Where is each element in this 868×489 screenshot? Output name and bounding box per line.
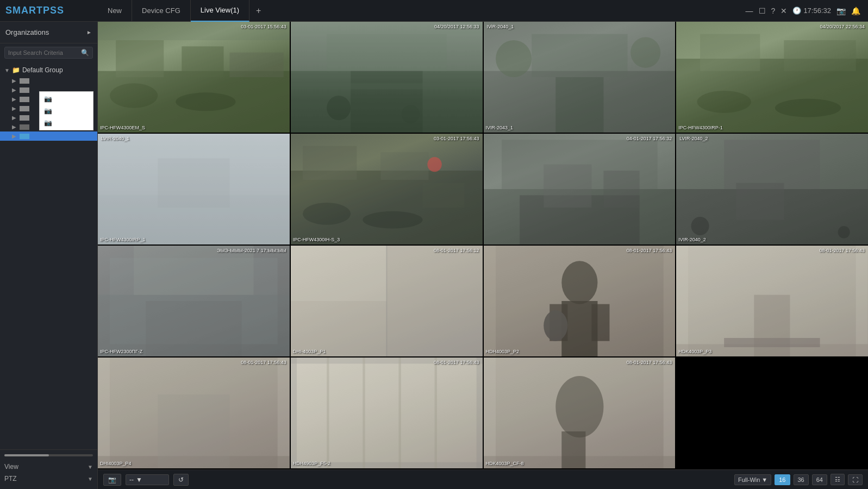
restore-icon[interactable]: ☐ — [759, 7, 766, 15]
dropdown-item-2[interactable]: 📷 — [40, 117, 93, 129]
camera-cell-11[interactable]: 08-01-2017 17:56:43 HDH4003P_P2 — [484, 246, 676, 356]
bell-icon[interactable]: 🔔 — [851, 7, 860, 15]
view-36-button[interactable]: 36 — [794, 474, 809, 485]
svg-point-13 — [402, 105, 420, 123]
dropdown-item-1[interactable]: 📷 — [40, 105, 93, 117]
main-layout: Organizations ► 🔍 ▼ 📁 Default Group ▶ ▶ — [0, 22, 868, 489]
fullscreen-button[interactable]: ⛶ — [848, 474, 863, 485]
camera-cell-5[interactable]: LVIR-2040_1 IPC-HFW4300IRP_1 — [98, 134, 290, 244]
camera-cell-13[interactable]: 08-01-2017 17:56:43 DHI4003P_P4 — [98, 358, 290, 468]
clock-icon: 🕐 — [792, 7, 801, 15]
zoom-slider[interactable] — [4, 454, 93, 456]
tab-live-view[interactable]: Live View(1) — [191, 0, 249, 22]
org-header: Organizations ► — [0, 22, 97, 43]
svg-rect-63 — [663, 246, 675, 356]
svg-rect-22 — [784, 40, 856, 71]
svg-rect-66 — [856, 246, 868, 356]
svg-rect-82 — [398, 358, 401, 468]
camera-cell-4[interactable]: 04/20/2017 22:56:34 IPC-HFW4300IRP-1 — [676, 22, 868, 133]
tree-cam-icon-4: ▶ — [12, 115, 16, 121]
logo-smart: SMART — [5, 5, 43, 16]
channel-select[interactable]: -- ▼ — [126, 474, 169, 485]
svg-rect-54 — [291, 301, 386, 356]
help-icon[interactable]: ? — [771, 7, 776, 15]
tab-new[interactable]: New — [98, 0, 132, 22]
camera-cell-2[interactable]: 04/20/2017 12:56:33 — [291, 22, 483, 133]
org-expand-icon[interactable]: ► — [86, 29, 92, 35]
ptz-dropdown-arrow: ▼ — [88, 476, 93, 482]
camera-cell-15[interactable]: 08-01-2017 17:56:43 HDK4003P_CF-8 — [484, 358, 676, 468]
tree-folder-icon: 📁 — [12, 66, 20, 74]
tree-group-default[interactable]: ▼ 📁 Default Group — [0, 64, 97, 76]
zoom-slider-thumb[interactable] — [4, 454, 49, 456]
context-menu: 📷 📷 📷 — [39, 91, 93, 130]
svg-rect-76 — [291, 358, 297, 468]
clock-time: 17:56:32 — [803, 7, 831, 15]
search-icon[interactable]: 🔍 — [81, 49, 89, 57]
dropdown-item-0[interactable]: 📷 — [40, 93, 93, 105]
svg-rect-9 — [327, 34, 446, 71]
content-area: 03-01-2017 15:56:43 IPC-HFW4300EM_S 04/2… — [98, 22, 868, 489]
view-16-button[interactable]: 16 — [775, 474, 790, 485]
view-select[interactable]: View ▼ — [4, 461, 93, 473]
svg-rect-53 — [386, 246, 482, 356]
camera-cell-14[interactable]: 08-01-2017 17:56:43 HDH4903P_F5-2 — [291, 358, 483, 468]
svg-point-32 — [363, 211, 422, 229]
camera-cell-12[interactable]: 08-01-2017 17:56:43 HDK4003P_P3 — [676, 246, 868, 356]
camera-cell-7[interactable]: 04-01-2017 17:56:32 — [484, 134, 676, 244]
add-tab-button[interactable]: + — [249, 0, 267, 22]
svg-rect-50 — [134, 246, 253, 295]
ptz-label: PTZ — [4, 475, 17, 482]
tree-item-0[interactable]: ▶ — [0, 76, 97, 85]
fullwin-select[interactable]: Full-Win ▼ — [734, 474, 771, 485]
svg-point-46 — [838, 226, 850, 239]
svg-rect-30 — [380, 152, 428, 180]
svg-rect-6 — [98, 22, 290, 40]
svg-rect-78 — [291, 358, 483, 363]
tree-item-6[interactable]: ▶ — [0, 131, 97, 141]
camera-topbar-icon[interactable]: 📷 — [836, 7, 846, 15]
svg-point-23 — [697, 91, 751, 113]
camera-cell-10[interactable]: 08-01-2017 17:56:12 DHI-4003P_P1 — [291, 246, 483, 356]
search-input[interactable] — [8, 49, 81, 56]
channel-select-arrow: ▼ — [136, 476, 142, 484]
ptz-select[interactable]: PTZ ▼ — [4, 473, 93, 485]
svg-rect-86 — [663, 358, 675, 468]
camera-cell-9[interactable]: ЭЫЭ-ЫЫЫ-2021 7 17:ЫЫ:ЫЫ IPC-HFW2300ПГ-Z — [98, 246, 290, 356]
svg-rect-52 — [291, 246, 386, 301]
svg-rect-83 — [434, 358, 436, 468]
refresh-icon: ↺ — [178, 476, 184, 484]
layout-button[interactable]: ☷ — [830, 474, 845, 485]
app-logo: SMARTPSS — [0, 5, 98, 16]
snapshot-button[interactable]: 📷 — [103, 474, 121, 486]
svg-rect-44 — [736, 183, 784, 220]
svg-point-31 — [303, 203, 351, 225]
tree-cam-icon-3: ▶ — [12, 105, 16, 111]
svg-point-4 — [110, 83, 158, 108]
refresh-button[interactable]: ↺ — [173, 474, 189, 486]
search-bar[interactable]: 🔍 — [4, 47, 93, 59]
svg-rect-85 — [484, 358, 496, 468]
svg-rect-42 — [724, 140, 820, 189]
logo-pss: PSS — [43, 5, 64, 16]
svg-rect-74 — [158, 394, 229, 468]
svg-rect-29 — [303, 146, 357, 180]
svg-rect-21 — [700, 34, 760, 71]
svg-rect-10 — [351, 71, 422, 133]
close-icon[interactable]: ✕ — [780, 7, 787, 15]
camera-cell-1[interactable]: 03-01-2017 15:56:43 IPC-HFW4300EM_S — [98, 22, 290, 133]
camera-cell-16[interactable] — [676, 358, 868, 468]
tab-device-cfg[interactable]: Device CFG — [132, 0, 191, 22]
svg-rect-1 — [116, 40, 164, 77]
camera-cell-3[interactable]: IViR-2040_1 IVIR-2043_1 — [484, 22, 676, 133]
camera-grid: 03-01-2017 15:56:43 IPC-HFW4300EM_S 04/2… — [98, 22, 868, 469]
topbar-right: — ☐ ? ✕ 🕐 17:56:32 📷 🔔 — [746, 7, 868, 15]
svg-rect-65 — [676, 246, 688, 356]
minimize-icon[interactable]: — — [746, 7, 753, 15]
view-64-button[interactable]: 64 — [812, 474, 827, 485]
svg-point-18 — [630, 37, 660, 68]
camera-cell-6[interactable]: 03-01-2017 17:56:43 IPC-HFW4300IH-S_3 — [291, 134, 483, 244]
svg-point-34 — [427, 157, 441, 172]
camera-cell-8[interactable]: LVIR-2040_2 IVIR-2040_2 — [676, 134, 868, 244]
fullscreen-icon: ⛶ — [852, 477, 858, 483]
